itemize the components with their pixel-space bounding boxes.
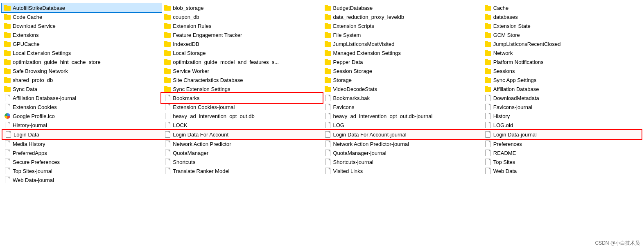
list-item[interactable]: Extension Rules <box>162 21 322 30</box>
list-item[interactable]: Sync Data <box>2 84 162 93</box>
list-item[interactable]: blob_storage <box>162 3 322 12</box>
list-item[interactable]: Visited Links <box>322 166 482 175</box>
item-label: Login Data For Account <box>173 132 228 138</box>
list-item[interactable]: Session Storage <box>322 66 482 75</box>
list-item[interactable]: optimization_guide_hint_cache_store <box>2 57 162 66</box>
list-item[interactable]: Top Sites-journal <box>2 166 162 175</box>
item-label: QuotaManager-journal <box>333 150 386 156</box>
list-item[interactable]: Affiliation Database-journal <box>2 93 162 102</box>
list-item[interactable]: data_reduction_proxy_leveldb <box>322 12 482 21</box>
list-item[interactable]: GPUCache <box>2 39 162 48</box>
list-item[interactable]: AutofillStrikeDatabase <box>2 3 162 12</box>
list-item[interactable]: Shortcuts-journal <box>322 157 482 166</box>
folder-icon <box>485 14 491 20</box>
list-item[interactable]: Login Data For Account <box>162 129 322 140</box>
item-label: Site Characteristics Database <box>173 77 243 83</box>
list-item[interactable]: Safe Browsing Network <box>2 66 162 75</box>
list-item[interactable]: Site Characteristics Database <box>162 75 322 84</box>
list-item[interactable]: Network <box>482 48 642 57</box>
file-icon <box>325 131 331 138</box>
list-item[interactable]: Login Data <box>2 129 162 140</box>
list-item[interactable]: JumpListIconsMostVisited <box>322 39 482 48</box>
list-item[interactable]: Cache <box>482 3 642 12</box>
list-item[interactable]: Web Data <box>482 166 642 175</box>
list-item[interactable]: databases <box>482 12 642 21</box>
list-item[interactable]: QuotaManager-journal <box>322 148 482 157</box>
folder-icon <box>4 86 11 92</box>
list-item[interactable]: Network Action Predictor-journal <box>322 139 482 148</box>
list-item[interactable]: Bookmarks.bak <box>322 93 482 102</box>
file-icon <box>485 113 491 119</box>
item-label: optimization_guide_model_and_features_s.… <box>173 59 279 65</box>
file-icon <box>325 150 331 156</box>
item-label: shared_proto_db <box>13 77 53 83</box>
list-item[interactable]: Extensions <box>2 30 162 39</box>
file-icon <box>5 131 11 138</box>
item-label: Affiliation Database <box>493 86 539 92</box>
list-item[interactable]: heavy_ad_intervention_opt_out.db-journal <box>322 111 482 120</box>
list-item[interactable]: Media History <box>2 139 162 148</box>
list-item[interactable]: Local Storage <box>162 48 322 57</box>
item-label: Secure Preferences <box>13 159 60 165</box>
list-item[interactable]: LOG.old <box>482 120 642 130</box>
list-item[interactable]: DownloadMetadata <box>482 93 642 102</box>
list-item[interactable]: Web Data-journal <box>2 175 162 184</box>
list-item[interactable]: heavy_ad_intervention_opt_out.db <box>162 111 322 120</box>
list-item[interactable]: History-journal <box>2 120 162 130</box>
list-item[interactable]: VideoDecodeStats <box>322 84 482 93</box>
list-item[interactable]: IndexedDB <box>162 39 322 48</box>
list-item[interactable]: Extension State <box>482 21 642 30</box>
list-item[interactable]: Login Data-journal <box>482 129 642 140</box>
item-label: JumpListIconsMostVisited <box>333 41 395 47</box>
list-item[interactable]: Shortcuts <box>162 157 322 166</box>
list-item[interactable]: Affiliation Database <box>482 84 642 93</box>
list-item[interactable]: QuotaManager <box>162 148 322 157</box>
list-item[interactable]: Favicons <box>322 102 482 111</box>
list-item[interactable]: Local Extension Settings <box>2 48 162 57</box>
list-item[interactable]: shared_proto_db <box>2 75 162 84</box>
list-item[interactable]: BudgetDatabase <box>322 3 482 12</box>
list-item[interactable]: Sync App Settings <box>482 75 642 84</box>
item-label: Extension Rules <box>173 23 211 29</box>
list-item[interactable]: Top Sites <box>482 157 642 166</box>
list-item[interactable]: optimization_guide_model_and_features_s.… <box>162 57 322 66</box>
list-item[interactable]: JumpListIconsRecentClosed <box>482 39 642 48</box>
list-item[interactable]: Storage <box>322 75 482 84</box>
folder-icon <box>4 41 11 47</box>
list-item[interactable]: Translate Ranker Model <box>162 166 322 175</box>
list-item[interactable]: GCM Store <box>482 30 642 39</box>
list-item[interactable]: Managed Extension Settings <box>322 48 482 57</box>
list-item[interactable]: Google Profile.ico <box>2 111 162 120</box>
list-item[interactable]: Favicons-journal <box>482 102 642 111</box>
item-label: Session Storage <box>333 68 372 74</box>
list-item[interactable]: Extension Cookies-journal <box>162 102 322 111</box>
list-item[interactable]: Preferences <box>482 139 642 148</box>
list-item[interactable]: coupon_db <box>162 12 322 21</box>
list-item[interactable]: Download Service <box>2 21 162 30</box>
list-item[interactable]: Network Action Predictor <box>162 139 322 148</box>
list-item[interactable]: History <box>482 111 642 120</box>
list-item[interactable]: File System <box>322 30 482 39</box>
list-item[interactable]: Bookmarks <box>162 93 322 102</box>
list-item[interactable]: Sync Extension Settings <box>162 84 322 93</box>
list-item[interactable]: README <box>482 148 642 157</box>
list-item[interactable]: Secure Preferences <box>2 157 162 166</box>
file-icon <box>4 104 11 110</box>
folder-icon <box>164 77 171 83</box>
file-icon <box>4 159 11 165</box>
list-item[interactable]: LOCK <box>162 120 322 130</box>
list-item[interactable]: Platform Notifications <box>482 57 642 66</box>
list-item[interactable]: Login Data For Account-journal <box>322 129 482 140</box>
list-item[interactable]: Pepper Data <box>322 57 482 66</box>
folder-icon <box>164 59 171 65</box>
list-item[interactable]: Sessions <box>482 66 642 75</box>
list-item[interactable]: Extension Cookies <box>2 102 162 111</box>
list-item[interactable]: Service Worker <box>162 66 322 75</box>
list-item[interactable]: LOG <box>322 120 482 130</box>
list-item[interactable]: PreferredApps <box>2 148 162 157</box>
list-item[interactable]: Code Cache <box>2 12 162 21</box>
list-item[interactable]: Feature Engagement Tracker <box>162 30 322 39</box>
file-icon <box>485 168 491 174</box>
list-item[interactable]: Extension Scripts <box>322 21 482 30</box>
folder-icon <box>164 41 171 47</box>
